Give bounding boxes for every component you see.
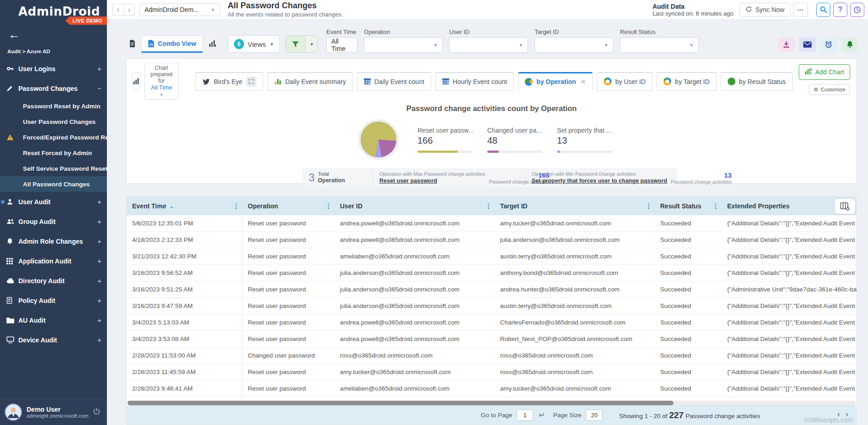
sync-now-button[interactable]: Sync Now: [740, 3, 790, 17]
filter-value-box[interactable]: ▼: [620, 37, 699, 53]
report-prev-icon[interactable]: ‹: [113, 4, 124, 15]
chart-tab[interactable]: by Result Status ✕: [721, 72, 793, 91]
sidebar-item[interactable]: User Password Changes: [0, 114, 107, 129]
column-menu-icon[interactable]: ⋮: [233, 202, 239, 210]
sidebar-item[interactable]: Application Audit +: [0, 251, 107, 271]
sidebar-item[interactable]: Policy Audit +: [0, 291, 107, 310]
download-icon[interactable]: [778, 38, 795, 51]
history-clock-icon[interactable]: [850, 3, 864, 17]
legend-item[interactable]: Reset user passw... 166: [417, 127, 473, 153]
column-menu-icon[interactable]: ⋮: [485, 202, 492, 210]
sidebar-item[interactable]: User Audit +: [0, 192, 107, 212]
page-size-input[interactable]: [586, 409, 602, 421]
chart-tab[interactable]: by Operation ✕: [518, 72, 593, 91]
chart-legend: Reset user passw... 166 Changed user pa.…: [417, 127, 612, 153]
expand-icon[interactable]: [246, 77, 256, 87]
chart-tab[interactable]: by User ID ✕: [597, 72, 652, 91]
search-icon[interactable]: [816, 3, 830, 17]
sidebar-item[interactable]: Self Service Password Resets: [0, 161, 107, 176]
expand-toggle-icon[interactable]: +: [97, 198, 101, 206]
chart-tab[interactable]: Bird's Eye ✕: [195, 72, 263, 91]
sidebar-item[interactable]: Reset Forced by Admin: [0, 145, 107, 161]
column-header-user-id[interactable]: User ID⋮: [334, 197, 495, 215]
column-menu-icon[interactable]: ⋮: [325, 202, 332, 210]
avatar[interactable]: [5, 403, 22, 421]
column-header-operation[interactable]: Operation⋮: [242, 197, 334, 215]
table-row[interactable]: 3/4/2023 5:13:03 AM Reset user password …: [127, 314, 857, 331]
scrollbar-thumb[interactable]: [128, 401, 673, 405]
chart-tab[interactable]: by Target ID ✕: [657, 72, 716, 91]
column-header-event-time[interactable]: Event Time ⌄ ⋮: [127, 197, 242, 215]
sidebar-item[interactable]: All Password Changes: [0, 176, 107, 192]
filter-value-box[interactable]: All Time ▼: [326, 37, 357, 53]
sidebar-item[interactable]: Admin Role Changes +: [0, 231, 107, 251]
goto-page-input[interactable]: [517, 409, 533, 421]
table-row[interactable]: 3/16/2023 9:56:52 AM Reset user password…: [127, 265, 857, 281]
sidebar-item[interactable]: Password Changes −: [0, 78, 107, 98]
signout-power-icon[interactable]: [93, 408, 100, 417]
min-operation-link[interactable]: Set property that forces user to change …: [532, 178, 667, 184]
column-menu-icon[interactable]: ⋮: [712, 202, 719, 210]
expand-toggle-icon[interactable]: +: [97, 336, 101, 344]
chart-tab[interactable]: Hourly Event count ✕: [435, 72, 514, 91]
table-row[interactable]: 5/6/2023 12:35:01 PM Reset user password…: [127, 215, 857, 232]
table-row[interactable]: 2/28/2023 11:53:00 AM Changed user passw…: [127, 347, 857, 364]
column-header-result-status[interactable]: Result Status⋮: [655, 197, 722, 215]
expand-toggle-icon[interactable]: +: [97, 316, 101, 324]
filter-value-box[interactable]: ▼: [364, 37, 443, 53]
table-row[interactable]: 2/28/2023 11:45:59 AM Reset user passwor…: [127, 364, 857, 380]
expand-toggle-icon[interactable]: +: [97, 218, 101, 225]
alert-schedule-icon[interactable]: [820, 38, 837, 51]
table-row[interactable]: 3/4/2023 3:53:08 AM Reset user password …: [127, 331, 857, 347]
expand-toggle-icon[interactable]: +: [97, 237, 101, 245]
legend-item[interactable]: Set property that ... 13: [557, 127, 612, 153]
chart-period-selector[interactable]: Chart prepared for All Time ▼: [145, 63, 178, 100]
max-operation-link[interactable]: Reset user password: [379, 178, 485, 184]
enter-icon[interactable]: ↵: [539, 411, 545, 419]
horizontal-scrollbar[interactable]: [128, 401, 856, 405]
sort-caret-icon[interactable]: ⌄: [169, 203, 173, 209]
filter-value-box[interactable]: ▼: [534, 37, 613, 53]
table-row[interactable]: 4/18/2023 2:12:33 PM Reset user password…: [127, 232, 857, 248]
sidebar-item[interactable]: AU Audit +: [0, 310, 107, 330]
column-header-target-id[interactable]: Target ID⋮: [495, 197, 655, 215]
chart-tab[interactable]: Daily Event count ✕: [357, 72, 431, 91]
pie-chart[interactable]: [358, 119, 399, 160]
expand-toggle-icon[interactable]: +: [97, 277, 101, 285]
expand-toggle-icon[interactable]: −: [97, 84, 101, 92]
expand-toggle-icon[interactable]: +: [97, 296, 101, 304]
notification-bell-icon[interactable]: [841, 38, 858, 51]
report-next-icon[interactable]: ›: [124, 4, 134, 15]
table-row[interactable]: 3/16/2023 9:47:59 AM Reset user password…: [127, 298, 857, 314]
sidebar-item[interactable]: Device Audit +: [0, 330, 107, 350]
help-icon[interactable]: ?: [833, 3, 847, 17]
report-view-tab[interactable]: [123, 35, 141, 53]
table-row[interactable]: 3/16/2023 9:51:25 AM Reset user password…: [127, 281, 857, 298]
column-chooser-icon[interactable]: [835, 198, 856, 214]
chart-view-tab[interactable]: [203, 35, 223, 53]
views-dropdown[interactable]: 5 Views ▼: [228, 35, 280, 53]
sidebar-item[interactable]: Password Reset by Admin: [0, 98, 107, 114]
expand-toggle-icon[interactable]: +: [97, 257, 101, 265]
table-row[interactable]: 2/28/2023 9:46:41 AM Reset user password…: [127, 380, 857, 397]
column-menu-icon[interactable]: ⋮: [645, 202, 652, 210]
more-options-button[interactable]: ⋯: [793, 3, 808, 17]
combo-view-tab[interactable]: Combo View: [141, 35, 203, 53]
filter-button[interactable]: ▼: [285, 35, 318, 53]
sidebar-item[interactable]: Forced/Expired Password Resets: [0, 129, 107, 145]
legend-item[interactable]: Changed user pa... 48: [487, 127, 542, 153]
expand-toggle-icon[interactable]: +: [97, 65, 101, 73]
chart-list-icon[interactable]: [132, 73, 140, 90]
chart-tab[interactable]: Daily Event summary ✕: [267, 72, 353, 91]
customize-button[interactable]: ⚙ Customize: [809, 84, 850, 95]
filter-value-box[interactable]: ▼: [449, 37, 528, 53]
email-icon[interactable]: [799, 38, 816, 51]
sidebar-item[interactable]: User Logins +: [0, 59, 107, 78]
tenant-selector[interactable]: AdminDroid Dem... ▼: [139, 3, 220, 16]
add-chart-button[interactable]: Add Chart: [799, 64, 850, 80]
close-icon[interactable]: ✕: [581, 78, 586, 85]
table-row[interactable]: 3/21/2023 12:42:30 PM Reset user passwor…: [127, 248, 857, 265]
sidebar-item[interactable]: Group Audit +: [0, 212, 107, 231]
legend-value: 13: [557, 135, 612, 146]
sidebar-item[interactable]: Directory Audit +: [0, 271, 107, 291]
